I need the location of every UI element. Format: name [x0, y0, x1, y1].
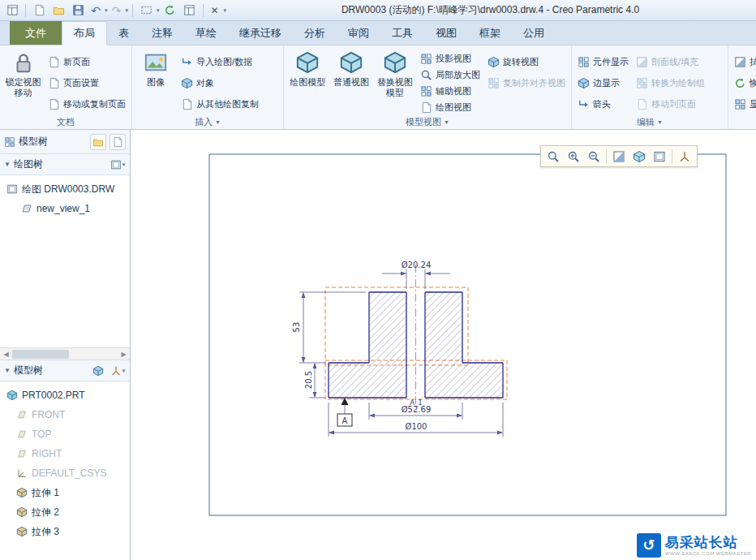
- folder-browser-button[interactable]: [90, 134, 106, 150]
- dimension-outer-diameter[interactable]: Ø100: [406, 422, 427, 431]
- lock-view-movement-button[interactable]: 锁定视图 移动: [4, 48, 42, 114]
- tree-filter-button[interactable]: ▾: [110, 363, 126, 379]
- chevron-down-icon[interactable]: ▾: [157, 7, 160, 14]
- tab-annotate[interactable]: 注释: [140, 21, 184, 45]
- zoom-out-button[interactable]: [584, 147, 604, 166]
- tree-settings-button[interactable]: ▾: [110, 157, 126, 173]
- tree-horizontal-scrollbar[interactable]: ◀ ▶: [0, 347, 130, 360]
- windows-button[interactable]: [181, 2, 199, 19]
- general-view-button[interactable]: 普通视图: [332, 48, 372, 115]
- replace-view-model-button[interactable]: 替换视图 模型: [375, 48, 415, 115]
- display-annotations-button[interactable]: 显: [732, 93, 756, 114]
- component-display-button[interactable]: 元件显示: [576, 51, 630, 72]
- move-or-copy-page-button[interactable]: 移动或复制页面: [46, 93, 127, 114]
- group-insert: 图像 导入绘图/数据 对象 从其他绘图复制 插入▼: [132, 45, 284, 129]
- tab-table[interactable]: 表: [107, 21, 140, 45]
- tree-item-new-view-1[interactable]: new_view_1: [0, 199, 130, 218]
- watermark-logo-icon: ↺: [637, 533, 661, 558]
- tab-analysis[interactable]: 分析: [293, 21, 337, 45]
- datum-label[interactable]: A: [342, 416, 348, 425]
- tree-item-drawing[interactable]: 绘图 DRW0003.DRW: [0, 179, 130, 199]
- regenerate-button[interactable]: [161, 2, 179, 19]
- group-label-edit[interactable]: 编辑▼: [572, 114, 728, 129]
- dimension-hole-diameter[interactable]: Ø20.24: [402, 261, 432, 269]
- chevron-down-icon: ▼: [444, 119, 449, 125]
- detailed-view-button[interactable]: 局部放大图: [419, 67, 482, 84]
- arrows-button[interactable]: 箭头: [576, 93, 630, 114]
- close-window-icon[interactable]: ✕: [208, 5, 222, 16]
- scroll-right-icon[interactable]: ▶: [118, 351, 130, 358]
- tree-item-extrude-3[interactable]: 拉伸 3: [0, 522, 130, 541]
- tab-layout[interactable]: 布局: [62, 21, 107, 45]
- group-display-clipped: 拭 恢 显: [728, 45, 756, 129]
- drawing-view-button[interactable]: 绘图视图: [419, 99, 482, 115]
- datum-plane-icon: [16, 409, 28, 420]
- graphics-area[interactable]: Ø20.24 53 20.5 Ø52.69 Ø100 A_1 A ↺: [131, 130, 756, 560]
- tab-file[interactable]: 文件: [10, 21, 62, 45]
- chevron-down-icon[interactable]: ▾: [126, 7, 129, 14]
- saved-orientations-button[interactable]: [629, 147, 649, 166]
- tab-frame[interactable]: 框架: [468, 21, 512, 45]
- tab-review[interactable]: 审阅: [337, 21, 380, 45]
- tab-view[interactable]: 视图: [424, 21, 468, 45]
- object-button[interactable]: 对象: [179, 72, 260, 93]
- tree-item-extrude-2[interactable]: 拉伸 2: [0, 502, 130, 522]
- chevron-down-icon[interactable]: ▾: [105, 7, 108, 14]
- scroll-left-icon[interactable]: ◀: [0, 351, 12, 358]
- dimension-flange-thickness[interactable]: 20.5: [304, 371, 313, 389]
- projection-view-button[interactable]: 投影视图: [419, 51, 482, 67]
- view-icon: [21, 203, 32, 214]
- new-file-button[interactable]: [30, 2, 48, 19]
- page-setup-button[interactable]: 页面设置: [46, 72, 127, 93]
- copy-from-other-drawing-button[interactable]: 从其他绘图复制: [179, 93, 260, 114]
- tab-legacy-migration[interactable]: 继承迁移: [228, 21, 293, 45]
- new-page-button[interactable]: 新页面: [46, 51, 127, 72]
- auxiliary-view-button[interactable]: 辅助视图: [419, 84, 482, 100]
- tree-item-right-plane[interactable]: RIGHT: [0, 444, 130, 463]
- revolved-view-button[interactable]: 旋转视图: [486, 51, 567, 72]
- tree-item-top-plane[interactable]: TOP: [0, 424, 130, 444]
- tab-sketch[interactable]: 草绘: [184, 21, 228, 45]
- tree-item-extrude-1[interactable]: 拉伸 1: [0, 483, 130, 502]
- resume-view-button[interactable]: 恢: [732, 72, 756, 93]
- group-label-document: 文档: [0, 114, 131, 129]
- scrollbar-thumb[interactable]: [12, 350, 69, 359]
- filter-icon: [110, 365, 122, 377]
- collapse-arrow-icon[interactable]: ▼: [4, 161, 11, 168]
- open-file-button[interactable]: [49, 2, 67, 19]
- group-label-insert[interactable]: 插入▼: [132, 114, 283, 129]
- redo-icon[interactable]: ↷: [110, 4, 124, 17]
- dimension-height[interactable]: 53: [292, 322, 301, 333]
- undo-icon[interactable]: ↶: [88, 4, 103, 17]
- datum-display-filter-button[interactable]: [675, 147, 694, 166]
- navigator-tab-model-tree[interactable]: 模型树: [19, 135, 48, 149]
- view-manager-button[interactable]: [650, 147, 669, 166]
- chevron-down-icon[interactable]: ▾: [224, 7, 227, 14]
- save-button[interactable]: [69, 2, 87, 19]
- tree-item-front-plane[interactable]: FRONT: [0, 405, 130, 424]
- ribbon: 锁定视图 移动 新页面 页面设置 移动或复制页面 文档 图像 导入绘图/数据 对…: [0, 45, 756, 130]
- drawing-tree-header[interactable]: 绘图树: [14, 157, 43, 171]
- display-style-button[interactable]: [609, 147, 629, 166]
- erase-view-button[interactable]: 拭: [732, 51, 756, 72]
- tree-item-part[interactable]: PRT0002.PRT: [0, 386, 130, 405]
- axis-label[interactable]: A_1: [410, 398, 422, 407]
- app-window-icon[interactable]: [3, 2, 21, 19]
- zoom-in-button[interactable]: [564, 147, 583, 166]
- edge-display-button[interactable]: 边显示: [576, 72, 630, 93]
- drawing-canvas[interactable]: Ø20.24 53 20.5 Ø52.69 Ø100 A_1 A: [131, 130, 756, 560]
- model-tree-header[interactable]: 模型树: [14, 364, 43, 377]
- import-drawing-data-button[interactable]: 导入绘图/数据: [179, 51, 260, 72]
- drawing-models-button[interactable]: 绘图模型: [288, 48, 328, 115]
- collapse-arrow-icon[interactable]: ▼: [4, 367, 11, 374]
- select-box-tool-icon[interactable]: [137, 2, 155, 19]
- tree-item-default-csys[interactable]: DEFAULT_CSYS: [0, 463, 130, 483]
- datum-plane-icon: [16, 429, 28, 440]
- group-label-model-views[interactable]: 模型视图▼: [284, 115, 571, 129]
- zoom-region-button[interactable]: [543, 147, 563, 166]
- tab-tools[interactable]: 工具: [380, 21, 424, 45]
- favorites-button[interactable]: [110, 134, 126, 150]
- image-button[interactable]: 图像: [136, 48, 175, 114]
- model-tree-settings-button[interactable]: [90, 363, 106, 379]
- tab-common[interactable]: 公用: [512, 21, 556, 45]
